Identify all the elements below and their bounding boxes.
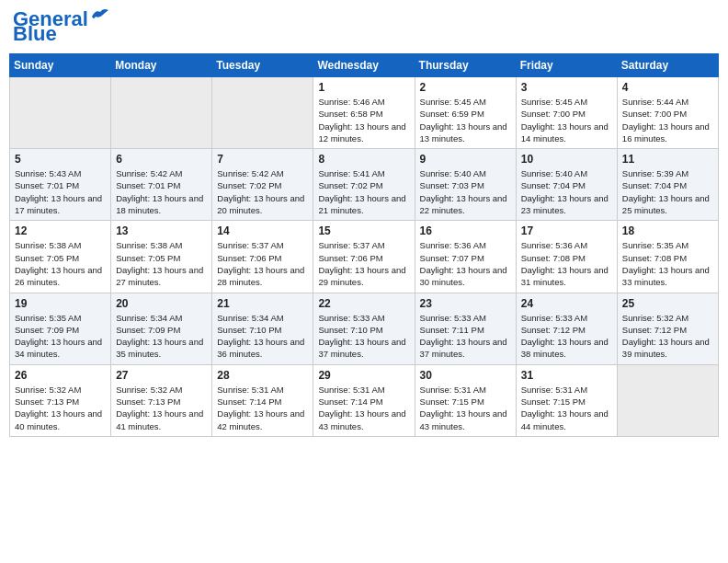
day-info: Sunrise: 5:31 AMSunset: 7:15 PMDaylight:… bbox=[521, 384, 612, 432]
weekday-header-sunday: Sunday bbox=[10, 54, 111, 77]
day-info: Sunrise: 5:43 AMSunset: 7:01 PMDaylight:… bbox=[15, 167, 106, 216]
day-number: 27 bbox=[116, 369, 207, 382]
calendar-week-row: 5Sunrise: 5:43 AMSunset: 7:01 PMDaylight… bbox=[10, 149, 719, 221]
calendar-cell: 16Sunrise: 5:36 AMSunset: 7:07 PMDayligh… bbox=[415, 221, 516, 293]
day-number: 22 bbox=[318, 297, 409, 310]
calendar-cell: 9Sunrise: 5:40 AMSunset: 7:03 PMDaylight… bbox=[415, 149, 516, 221]
day-number: 10 bbox=[521, 153, 612, 166]
day-info: Sunrise: 5:34 AMSunset: 7:10 PMDaylight:… bbox=[217, 312, 308, 361]
logo: General Blue bbox=[13, 9, 110, 46]
calendar-cell: 5Sunrise: 5:43 AMSunset: 7:01 PMDaylight… bbox=[10, 149, 111, 221]
calendar-cell: 13Sunrise: 5:38 AMSunset: 7:05 PMDayligh… bbox=[111, 221, 212, 293]
day-number: 31 bbox=[521, 369, 612, 382]
calendar-header-row: SundayMondayTuesdayWednesdayThursdayFrid… bbox=[10, 54, 719, 77]
calendar-week-row: 12Sunrise: 5:38 AMSunset: 7:05 PMDayligh… bbox=[10, 221, 719, 293]
day-number: 2 bbox=[420, 81, 511, 94]
day-number: 6 bbox=[116, 153, 207, 166]
calendar-cell bbox=[111, 77, 212, 149]
weekday-header-thursday: Thursday bbox=[415, 54, 516, 77]
day-info: Sunrise: 5:33 AMSunset: 7:11 PMDaylight:… bbox=[420, 312, 511, 361]
calendar-cell: 8Sunrise: 5:41 AMSunset: 7:02 PMDaylight… bbox=[313, 149, 415, 221]
day-number: 30 bbox=[420, 369, 511, 382]
day-info: Sunrise: 5:41 AMSunset: 7:02 PMDaylight:… bbox=[318, 167, 409, 216]
day-info: Sunrise: 5:45 AMSunset: 6:59 PMDaylight:… bbox=[420, 96, 511, 144]
day-number: 14 bbox=[217, 224, 308, 237]
day-info: Sunrise: 5:44 AMSunset: 7:00 PMDaylight:… bbox=[622, 96, 713, 144]
day-number: 19 bbox=[15, 297, 106, 310]
day-number: 12 bbox=[15, 224, 106, 237]
day-info: Sunrise: 5:31 AMSunset: 7:15 PMDaylight:… bbox=[420, 384, 511, 432]
page-header: General Blue bbox=[9, 9, 719, 46]
day-number: 15 bbox=[318, 224, 409, 237]
calendar-cell: 30Sunrise: 5:31 AMSunset: 7:15 PMDayligh… bbox=[415, 364, 516, 436]
calendar-cell: 28Sunrise: 5:31 AMSunset: 7:14 PMDayligh… bbox=[212, 364, 313, 436]
day-info: Sunrise: 5:38 AMSunset: 7:05 PMDaylight:… bbox=[116, 239, 207, 288]
day-info: Sunrise: 5:33 AMSunset: 7:12 PMDaylight:… bbox=[521, 312, 612, 361]
day-info: Sunrise: 5:35 AMSunset: 7:09 PMDaylight:… bbox=[15, 312, 106, 361]
logo-bird-icon bbox=[90, 7, 110, 24]
calendar-cell: 4Sunrise: 5:44 AMSunset: 7:00 PMDaylight… bbox=[617, 77, 718, 149]
day-info: Sunrise: 5:31 AMSunset: 7:14 PMDaylight:… bbox=[217, 384, 308, 432]
day-info: Sunrise: 5:32 AMSunset: 7:13 PMDaylight:… bbox=[116, 384, 207, 432]
weekday-header-saturday: Saturday bbox=[617, 54, 718, 77]
day-info: Sunrise: 5:40 AMSunset: 7:04 PMDaylight:… bbox=[521, 167, 612, 216]
day-number: 24 bbox=[521, 297, 612, 310]
weekday-header-friday: Friday bbox=[516, 54, 617, 77]
day-info: Sunrise: 5:42 AMSunset: 7:02 PMDaylight:… bbox=[217, 167, 308, 216]
day-number: 23 bbox=[420, 297, 511, 310]
calendar-cell: 11Sunrise: 5:39 AMSunset: 7:04 PMDayligh… bbox=[617, 149, 718, 221]
calendar-week-row: 1Sunrise: 5:46 AMSunset: 6:58 PMDaylight… bbox=[10, 77, 719, 149]
weekday-header-wednesday: Wednesday bbox=[313, 54, 415, 77]
day-number: 25 bbox=[622, 297, 713, 310]
day-number: 3 bbox=[521, 81, 612, 94]
calendar-cell: 20Sunrise: 5:34 AMSunset: 7:09 PMDayligh… bbox=[111, 293, 212, 364]
calendar-cell bbox=[10, 77, 111, 149]
day-info: Sunrise: 5:34 AMSunset: 7:09 PMDaylight:… bbox=[116, 312, 207, 361]
day-number: 5 bbox=[15, 153, 106, 166]
day-number: 8 bbox=[318, 153, 409, 166]
day-number: 29 bbox=[318, 369, 409, 382]
day-number: 4 bbox=[622, 81, 713, 94]
calendar-cell: 3Sunrise: 5:45 AMSunset: 7:00 PMDaylight… bbox=[516, 77, 617, 149]
calendar-cell: 23Sunrise: 5:33 AMSunset: 7:11 PMDayligh… bbox=[415, 293, 516, 364]
day-info: Sunrise: 5:46 AMSunset: 6:58 PMDaylight:… bbox=[318, 96, 409, 144]
day-number: 20 bbox=[116, 297, 207, 310]
day-number: 16 bbox=[420, 224, 511, 237]
day-info: Sunrise: 5:32 AMSunset: 7:12 PMDaylight:… bbox=[622, 312, 713, 361]
day-info: Sunrise: 5:31 AMSunset: 7:14 PMDaylight:… bbox=[318, 384, 409, 432]
calendar-cell: 24Sunrise: 5:33 AMSunset: 7:12 PMDayligh… bbox=[516, 293, 617, 364]
calendar-cell: 25Sunrise: 5:32 AMSunset: 7:12 PMDayligh… bbox=[617, 293, 718, 364]
day-number: 18 bbox=[622, 224, 713, 237]
calendar-cell: 26Sunrise: 5:32 AMSunset: 7:13 PMDayligh… bbox=[10, 364, 111, 436]
day-number: 7 bbox=[217, 153, 308, 166]
calendar-cell bbox=[617, 364, 718, 436]
calendar-cell: 12Sunrise: 5:38 AMSunset: 7:05 PMDayligh… bbox=[10, 221, 111, 293]
calendar-cell: 31Sunrise: 5:31 AMSunset: 7:15 PMDayligh… bbox=[516, 364, 617, 436]
day-number: 26 bbox=[15, 369, 106, 382]
calendar-cell: 27Sunrise: 5:32 AMSunset: 7:13 PMDayligh… bbox=[111, 364, 212, 436]
day-info: Sunrise: 5:45 AMSunset: 7:00 PMDaylight:… bbox=[521, 96, 612, 144]
calendar-cell: 7Sunrise: 5:42 AMSunset: 7:02 PMDaylight… bbox=[212, 149, 313, 221]
weekday-header-tuesday: Tuesday bbox=[212, 54, 313, 77]
calendar-cell: 22Sunrise: 5:33 AMSunset: 7:10 PMDayligh… bbox=[313, 293, 415, 364]
day-number: 13 bbox=[116, 224, 207, 237]
day-info: Sunrise: 5:36 AMSunset: 7:08 PMDaylight:… bbox=[521, 239, 612, 288]
day-number: 11 bbox=[622, 153, 713, 166]
day-info: Sunrise: 5:42 AMSunset: 7:01 PMDaylight:… bbox=[116, 167, 207, 216]
day-info: Sunrise: 5:32 AMSunset: 7:13 PMDaylight:… bbox=[15, 384, 106, 432]
calendar-cell: 10Sunrise: 5:40 AMSunset: 7:04 PMDayligh… bbox=[516, 149, 617, 221]
day-info: Sunrise: 5:40 AMSunset: 7:03 PMDaylight:… bbox=[420, 167, 511, 216]
calendar-cell: 21Sunrise: 5:34 AMSunset: 7:10 PMDayligh… bbox=[212, 293, 313, 364]
calendar-cell: 29Sunrise: 5:31 AMSunset: 7:14 PMDayligh… bbox=[313, 364, 415, 436]
calendar-cell: 18Sunrise: 5:35 AMSunset: 7:08 PMDayligh… bbox=[617, 221, 718, 293]
calendar-cell: 17Sunrise: 5:36 AMSunset: 7:08 PMDayligh… bbox=[516, 221, 617, 293]
day-info: Sunrise: 5:35 AMSunset: 7:08 PMDaylight:… bbox=[622, 239, 713, 288]
day-info: Sunrise: 5:36 AMSunset: 7:07 PMDaylight:… bbox=[420, 239, 511, 288]
calendar-cell: 19Sunrise: 5:35 AMSunset: 7:09 PMDayligh… bbox=[10, 293, 111, 364]
day-number: 17 bbox=[521, 224, 612, 237]
day-info: Sunrise: 5:33 AMSunset: 7:10 PMDaylight:… bbox=[318, 312, 409, 361]
calendar-cell: 1Sunrise: 5:46 AMSunset: 6:58 PMDaylight… bbox=[313, 77, 415, 149]
calendar-week-row: 19Sunrise: 5:35 AMSunset: 7:09 PMDayligh… bbox=[10, 293, 719, 364]
day-number: 21 bbox=[217, 297, 308, 310]
day-info: Sunrise: 5:37 AMSunset: 7:06 PMDaylight:… bbox=[217, 239, 308, 288]
